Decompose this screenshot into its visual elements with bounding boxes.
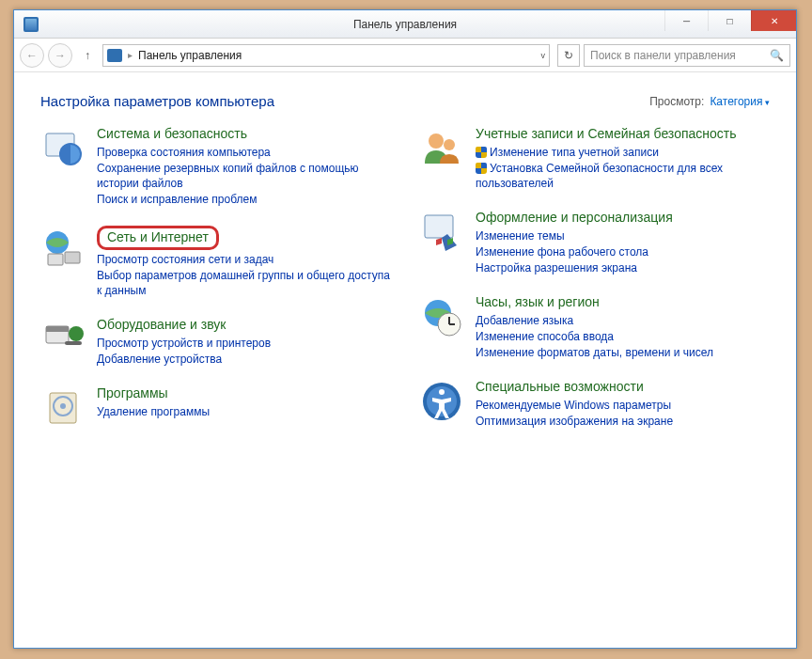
system-security-icon xyxy=(40,126,86,171)
address-dropdown-icon[interactable]: v xyxy=(541,51,546,60)
back-button[interactable]: ← xyxy=(20,43,44,68)
category-body: Специальные возможностиРекомендуемые Win… xyxy=(476,379,673,429)
shield-icon xyxy=(476,163,487,174)
minimize-button[interactable]: ─ xyxy=(664,10,708,31)
category-title[interactable]: Учетные записи и Семейная безопасность xyxy=(476,126,770,143)
sublinks: Удаление программы xyxy=(97,404,210,419)
sublink[interactable]: Оптимизация изображения на экране xyxy=(476,414,673,429)
svg-rect-4 xyxy=(48,254,63,265)
sublinks: Просмотр устройств и принтеровДобавление… xyxy=(97,336,271,367)
category-body: ПрограммыУдаление программы xyxy=(97,385,210,431)
control-panel-window: Панель управления ─ □ ✕ ← → ↑ ▸ Панель у… xyxy=(13,9,797,649)
sublink[interactable]: Добавление языка xyxy=(476,313,713,328)
sublink[interactable]: Сохранение резервных копий файлов с помо… xyxy=(97,161,391,191)
sublink[interactable]: Добавление устройства xyxy=(97,352,271,367)
sublinks: Просмотр состояния сети и задачВыбор пар… xyxy=(97,252,391,299)
sublink[interactable]: Удаление программы xyxy=(97,404,210,419)
sublink[interactable]: Изменение типа учетной записи xyxy=(476,145,770,160)
sublink[interactable]: Изменение способа ввода xyxy=(476,329,713,344)
category-title[interactable]: Оборудование и звук xyxy=(97,317,271,334)
users-icon xyxy=(419,126,464,171)
refresh-button[interactable]: ↻ xyxy=(557,44,580,67)
address-icon xyxy=(107,49,122,62)
sublink[interactable]: Просмотр устройств и принтеров xyxy=(97,336,271,351)
category-clock-region: Часы, язык и регионДобавление языкаИзмен… xyxy=(419,294,770,360)
category-body: Учетные записи и Семейная безопасностьИз… xyxy=(476,126,770,191)
search-icon[interactable]: 🔍 xyxy=(770,49,784,62)
sublink[interactable]: Просмотр состояния сети и задач xyxy=(97,252,391,267)
shield-icon xyxy=(476,147,487,158)
category-title[interactable]: Система и безопасность xyxy=(97,126,391,143)
sublinks: Проверка состояния компьютераСохранение … xyxy=(97,145,391,208)
view-dropdown[interactable]: Категория xyxy=(710,95,770,108)
search-input[interactable]: Поиск в панели управления 🔍 xyxy=(584,44,790,67)
category-columns: Система и безопасностьПроверка состояния… xyxy=(40,126,770,431)
sublink[interactable]: Выбор параметров домашней группы и общег… xyxy=(97,268,391,298)
category-title[interactable]: Сеть и Интернет xyxy=(97,226,219,250)
category-system-security: Система и безопасностьПроверка состояния… xyxy=(40,126,391,207)
appearance-icon xyxy=(419,210,464,255)
forward-button[interactable]: → xyxy=(48,43,72,68)
sublinks: Рекомендуемые Windows параметрыОптимизац… xyxy=(476,398,673,429)
navigation-bar: ← → ↑ ▸ Панель управления v ↻ Поиск в па… xyxy=(14,39,796,72)
accessibility-icon xyxy=(419,379,464,424)
view-selector: Просмотр: Категория xyxy=(649,95,770,108)
category-title[interactable]: Специальные возможности xyxy=(476,379,673,396)
sublink[interactable]: Изменение форматов даты, времени и чисел xyxy=(476,345,713,360)
content-area: Настройка параметров компьютера Просмотр… xyxy=(14,72,796,648)
window-title: Панель управления xyxy=(353,18,457,31)
svg-rect-3 xyxy=(65,252,80,263)
category-title[interactable]: Программы xyxy=(97,385,210,402)
maximize-button[interactable]: □ xyxy=(708,10,751,31)
window-controls: ─ □ ✕ xyxy=(664,10,796,38)
network-icon xyxy=(40,226,86,271)
category-title[interactable]: Оформление и персонализация xyxy=(476,210,673,227)
svg-point-8 xyxy=(69,326,84,341)
category-users: Учетные записи и Семейная безопасностьИз… xyxy=(419,126,770,191)
app-icon xyxy=(23,17,39,32)
svg-point-12 xyxy=(429,133,444,149)
category-appearance: Оформление и персонализацияИзменение тем… xyxy=(419,210,770,275)
svg-point-13 xyxy=(444,139,455,150)
content-header: Настройка параметров компьютера Просмотр… xyxy=(40,93,770,109)
sublinks: Изменение темыИзменение фона рабочего ст… xyxy=(476,228,673,276)
sublinks: Добавление языкаИзменение способа вводаИ… xyxy=(476,313,713,361)
category-programs: ПрограммыУдаление программы xyxy=(40,385,391,431)
svg-point-11 xyxy=(60,403,66,409)
category-body: Сеть и ИнтернетПросмотр состояния сети и… xyxy=(97,226,391,298)
address-bar[interactable]: ▸ Панель управления v xyxy=(102,44,550,67)
sublinks: Изменение типа учетной записиУстановка С… xyxy=(476,145,770,192)
sublink[interactable]: Поиск и исправление проблем xyxy=(97,192,391,207)
category-body: Система и безопасностьПроверка состояния… xyxy=(97,126,391,207)
category-body: Оборудование и звукПросмотр устройств и … xyxy=(97,317,271,367)
clock-region-icon xyxy=(419,294,464,339)
view-label: Просмотр: xyxy=(649,95,704,108)
sublink[interactable]: Настройка разрешения экрана xyxy=(476,260,673,275)
sublink[interactable]: Изменение фона рабочего стола xyxy=(476,244,673,259)
close-button[interactable]: ✕ xyxy=(751,10,796,31)
category-network: Сеть и ИнтернетПросмотр состояния сети и… xyxy=(40,226,391,298)
category-hardware: Оборудование и звукПросмотр устройств и … xyxy=(40,317,391,367)
right-column: Учетные записи и Семейная безопасностьИз… xyxy=(419,126,770,431)
svg-rect-7 xyxy=(65,341,82,345)
titlebar: Панель управления ─ □ ✕ xyxy=(14,10,796,39)
category-body: Оформление и персонализацияИзменение тем… xyxy=(476,210,673,275)
hardware-icon xyxy=(40,317,86,362)
programs-icon xyxy=(40,385,86,431)
search-placeholder: Поиск в панели управления xyxy=(590,49,736,62)
category-title[interactable]: Часы, язык и регион xyxy=(476,294,713,311)
sublink[interactable]: Проверка состояния компьютера xyxy=(97,145,391,160)
sublink[interactable]: Рекомендуемые Windows параметры xyxy=(476,398,673,413)
sublink[interactable]: Изменение темы xyxy=(476,228,673,243)
sublink[interactable]: Установка Семейной безопасности для всех… xyxy=(476,161,770,191)
svg-rect-6 xyxy=(46,326,69,332)
svg-point-21 xyxy=(439,389,445,395)
breadcrumb[interactable]: Панель управления xyxy=(138,49,242,62)
chevron-right-icon: ▸ xyxy=(128,50,133,60)
svg-rect-14 xyxy=(425,215,453,238)
page-heading: Настройка параметров компьютера xyxy=(40,93,274,109)
up-button[interactable]: ↑ xyxy=(76,44,99,67)
left-column: Система и безопасностьПроверка состояния… xyxy=(40,126,391,431)
category-body: Часы, язык и регионДобавление языкаИзмен… xyxy=(476,294,713,360)
category-accessibility: Специальные возможностиРекомендуемые Win… xyxy=(419,379,770,429)
